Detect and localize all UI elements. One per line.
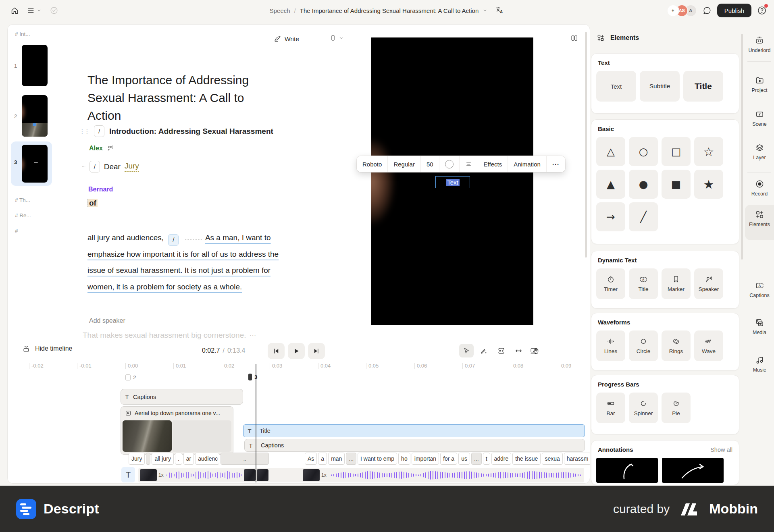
word-chip[interactable]: Jury <box>129 453 145 465</box>
publish-button[interactable]: Publish <box>717 4 751 17</box>
word-chip[interactable]: I want to emp <box>358 453 397 465</box>
gap-chip[interactable]: ... <box>346 453 356 465</box>
scene-chip[interactable]: / <box>89 161 100 172</box>
word-chip[interactable]: t <box>483 453 490 465</box>
word-chip[interactable]: ar <box>183 453 194 465</box>
word-chip[interactable]: a <box>318 453 327 465</box>
rail-item-music[interactable]: Music <box>745 355 774 373</box>
help-button[interactable] <box>757 6 767 15</box>
wave-waveform-tile[interactable]: Wave <box>694 330 723 361</box>
word-chip[interactable]: importan <box>412 453 439 465</box>
canvas-text-box[interactable]: Text <box>435 176 470 188</box>
script-word-jury[interactable]: Jury <box>125 162 139 172</box>
word-chip[interactable]: harassm <box>564 453 590 465</box>
sidebar-section-re[interactable]: # Re... <box>15 212 31 218</box>
align-icon[interactable] <box>460 156 478 172</box>
pie-progress-tile[interactable]: Pie <box>662 393 691 423</box>
skip-forward-button[interactable] <box>308 343 325 359</box>
lines-waveform-tile[interactable]: Lines <box>596 330 625 361</box>
title-track-clip-selected[interactable]: T Title <box>243 424 585 437</box>
timer-tile[interactable]: Timer <box>596 268 625 299</box>
star-outline-tile[interactable]: ☆ <box>694 137 723 166</box>
animation-button[interactable]: Animation <box>508 156 547 172</box>
word-chip[interactable]: us <box>458 453 470 465</box>
bar-progress-tile[interactable]: Bar <box>596 393 625 423</box>
word-chip[interactable]: audienc <box>195 453 219 465</box>
title-dynamic-tile[interactable]: A Title <box>629 268 658 299</box>
circle-filled-tile[interactable]: ● <box>629 170 658 199</box>
annotation-thumb-2[interactable] <box>662 458 724 483</box>
slide-thumbnail-1[interactable] <box>22 45 48 86</box>
sidebar-section-intro[interactable]: # Int... <box>15 31 30 37</box>
document-title[interactable]: The Importance of Addressing Sexual Hara… <box>87 71 257 125</box>
trim-tool[interactable] <box>511 344 526 357</box>
hide-timeline-button[interactable]: Hide timeline <box>22 345 72 353</box>
title-element-tile[interactable]: Title <box>683 71 723 102</box>
rail-item-underlord[interactable]: Underlord <box>745 35 774 53</box>
circle-outline-tile[interactable]: ○ <box>629 137 658 166</box>
audio-clip-thumbnail[interactable] <box>244 469 256 481</box>
effects-button[interactable]: Effects <box>478 156 508 172</box>
word-chip[interactable]: man <box>328 453 345 465</box>
script-word-dear[interactable]: Dear <box>104 162 121 171</box>
rail-item-media[interactable]: Media <box>745 318 774 335</box>
word-chip[interactable]: . <box>175 453 182 465</box>
star-filled-tile[interactable]: ★ <box>694 170 723 199</box>
script-word-of[interactable]: of <box>87 199 98 208</box>
audio-clip-thumbnail[interactable] <box>140 469 157 481</box>
rail-item-scene[interactable]: Scene <box>745 110 774 127</box>
chevron-down-icon[interactable] <box>483 8 487 13</box>
word-chip[interactable]: for a <box>440 453 457 465</box>
rail-item-project[interactable]: Project <box>745 76 774 93</box>
layout-tool[interactable] <box>526 344 541 357</box>
gap-chip[interactable]: ... <box>471 453 482 465</box>
add-collaborator-button[interactable]: + <box>667 4 679 17</box>
audio-clip-thumbnail[interactable] <box>257 469 268 481</box>
sidebar-section-th[interactable]: # Th... <box>15 197 30 203</box>
speaker-tile[interactable]: Speaker <box>694 268 723 299</box>
text-element-tile[interactable]: Text <box>596 71 636 102</box>
select-tool[interactable] <box>459 344 474 357</box>
comments-icon[interactable] <box>703 6 712 15</box>
rings-waveform-tile[interactable]: Rings <box>662 330 691 361</box>
word-chip[interactable]: ho <box>398 453 410 465</box>
skip-back-button[interactable] <box>268 343 285 359</box>
gap-chip[interactable]: .. <box>221 453 269 465</box>
main-menu-button[interactable] <box>27 7 42 15</box>
scene-heading[interactable]: Introduction: Addressing Sexual Harassme… <box>109 127 273 136</box>
more-glyph[interactable]: ··· <box>250 331 256 339</box>
breadcrumb-section[interactable]: Speech <box>270 7 290 14</box>
rail-item-captions[interactable]: A Captions <box>745 281 774 298</box>
scene-marker-2[interactable]: 2 <box>125 374 136 380</box>
scene-chip[interactable]: / <box>94 125 104 137</box>
translate-icon[interactable]: A <box>495 6 504 15</box>
color-swatch[interactable] <box>439 156 460 172</box>
audio-clip-thumbnail[interactable] <box>303 469 320 481</box>
split-view-icon[interactable] <box>570 34 578 42</box>
play-button[interactable] <box>288 343 305 359</box>
home-icon[interactable] <box>10 6 19 15</box>
timeline-ruler[interactable]: -0:02 -0:01 0:00 0:01 0:02 0:03 0:04 0:0… <box>8 363 590 371</box>
circle-waveform-tile[interactable]: Circle <box>629 330 658 361</box>
aspect-ratio-selector[interactable] <box>329 34 343 42</box>
more-options-button[interactable]: ··· <box>547 156 565 172</box>
script-scrollbar[interactable] <box>585 32 587 258</box>
script-paragraph[interactable]: all jury and audiences, / As a man, I wa… <box>87 230 291 295</box>
square-filled-tile[interactable]: ■ <box>662 170 691 199</box>
draw-tool[interactable] <box>476 344 491 357</box>
rail-item-record[interactable]: Record <box>745 179 774 197</box>
rail-item-elements-selected[interactable]: Elements <box>745 210 774 227</box>
slide-thumbnail-3-selected[interactable]: 3 <box>11 141 52 186</box>
add-speaker-button[interactable]: Add speaker <box>89 317 125 324</box>
drag-handle-icon[interactable]: ⋮⋮ <box>79 128 89 135</box>
show-all-link[interactable]: Show all <box>710 447 732 453</box>
multicam-tool[interactable] <box>494 344 508 357</box>
subtitle-element-tile[interactable]: Subtitle <box>640 71 680 102</box>
slide-thumbnail-3[interactable] <box>22 145 48 183</box>
playhead[interactable] <box>256 364 256 482</box>
triangle-filled-tile[interactable]: ▲ <box>596 170 625 199</box>
speaker-label-bernard[interactable]: Bernard <box>88 186 113 193</box>
video-clip[interactable]: Aerial top down panorama one v... <box>121 406 233 455</box>
speaker-label-alex[interactable]: Alex <box>89 145 103 152</box>
speaker-voice-icon[interactable] <box>107 145 114 152</box>
